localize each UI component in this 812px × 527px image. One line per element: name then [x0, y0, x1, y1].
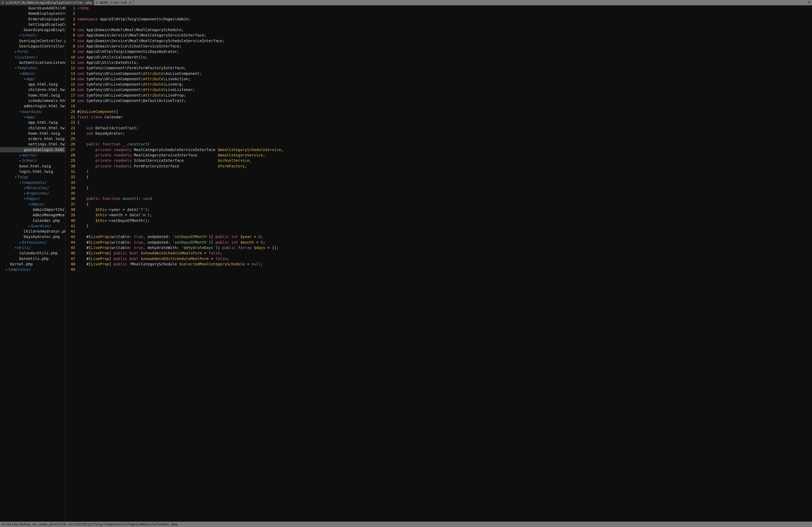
code-line[interactable]: #[LiveProp(writable: true, onUpdated: 's…	[77, 234, 812, 239]
code-line[interactable]: $this->setDaysOfMonth();	[77, 218, 812, 223]
tree-folder[interactable]: ▾ Components/	[0, 180, 65, 185]
code-line[interactable]: use App\Domain\Service\Meal\MealCategory…	[77, 38, 812, 44]
code-line[interactable]: final class Calendar	[77, 114, 812, 120]
tree-file[interactable]: children.html.twi	[0, 125, 65, 131]
code-line[interactable]: }	[77, 185, 812, 191]
code-line[interactable]: private readonly SchoolServiceInterface …	[77, 158, 812, 163]
code-line[interactable]: use App\UI\Utils\DateUtils;	[77, 60, 812, 65]
tree-file[interactable]: settings.html.twi	[0, 141, 65, 147]
code-line[interactable]: $this->month = date('m');	[77, 212, 812, 217]
tree-folder[interactable]: ▸ Organisms/	[0, 191, 65, 196]
code-line[interactable]: private readonly MealCategoryScheduleSer…	[77, 147, 812, 152]
tree-file[interactable]: Kernel.php	[0, 261, 65, 267]
tree-file[interactable]: home.html.twig	[0, 93, 65, 98]
code-line[interactable]: <?php	[77, 5, 812, 11]
tree-file[interactable]: SettingsDisplayCo	[0, 22, 65, 27]
tab-close[interactable]: X	[808, 0, 810, 5]
tree-folder[interactable]: ▸ macros/	[0, 152, 65, 158]
code-line[interactable]: use App\Domain\Service\Meal\MealCategory…	[77, 32, 812, 38]
code-line[interactable]: use App\UI\Http\Twig\Components\DaysHydr…	[77, 49, 812, 54]
tree-file[interactable]: guardianlogin.html.	[0, 147, 65, 152]
code-line[interactable]: use Symfony\UX\LiveComponent\Attribute\L…	[77, 93, 812, 98]
tree-folder[interactable]: ▸ Guardian/	[0, 223, 65, 229]
code-line[interactable]	[77, 267, 812, 272]
code-editor[interactable]: <?phpnamespace App\UI\Http\Twig\Componen…	[77, 5, 812, 522]
tree-file[interactable]: adminlogin.html.twi	[0, 103, 65, 109]
tree-folder[interactable]: ▾ Admin/	[0, 201, 65, 207]
code-line[interactable]: }	[77, 223, 812, 229]
code-line[interactable]: )	[77, 169, 812, 174]
code-line[interactable]: use Symfony\UX\LiveComponent\Attribute\L…	[77, 87, 812, 92]
code-line[interactable]: {	[77, 201, 812, 207]
tree-file[interactable]: AdminManageMeal	[0, 212, 65, 217]
code-line[interactable]: use Symfony\UX\LiveComponent\DefaultActi…	[77, 98, 812, 103]
code-line[interactable]: use DaysHydrator;	[77, 131, 812, 136]
code-line[interactable]: use App\Domain\Model\Meal\MealCategorySc…	[77, 27, 812, 32]
tree-file[interactable]: app.html.twig	[0, 120, 65, 125]
tree-file[interactable]: schedulemeals.htm	[0, 98, 65, 103]
tree-file[interactable]: AdminImportChil	[0, 207, 65, 212]
tree-folder[interactable]: ▾ Utils/	[0, 245, 65, 250]
code-line[interactable]: namespace App\UI\Http\Twig\Components\Pa…	[77, 16, 812, 22]
code-line[interactable]: #[LiveProp] public ?MealCategorySchedule…	[77, 261, 812, 267]
code-line[interactable]: #[LiveProp] public bool $showAdminSchedu…	[77, 250, 812, 256]
tree-folder[interactable]: ▾ App/	[0, 114, 65, 120]
tree-file[interactable]: ChildrenHydrator.ph	[0, 229, 65, 234]
tree-folder[interactable]: ▾ Admin/	[0, 71, 65, 76]
code-line[interactable]: private readonly MealCategoryServiceInte…	[77, 152, 812, 158]
tree-file[interactable]: children.html.twi	[0, 87, 65, 92]
code-line[interactable]: $this->year = date('Y');	[77, 207, 812, 212]
tree-folder[interactable]: ▾ Template/	[0, 65, 65, 71]
tree-file[interactable]: DateUtils.php	[0, 256, 65, 261]
tree-file[interactable]: UserLogoutController.	[0, 44, 65, 49]
code-line[interactable]: {	[77, 174, 812, 180]
tree-folder[interactable]: ▾ App/	[0, 76, 65, 81]
tree-file[interactable]: AuthenticationListene	[0, 60, 65, 65]
tree-file[interactable]: CalendarUtils.php	[0, 250, 65, 256]
tree-folder[interactable]: ▸ Extensions/	[0, 240, 65, 245]
code-line[interactable]: #[LiveProp] public bool $showAdminEditSc…	[77, 256, 812, 261]
code-line[interactable]: use App\Domain\Service\SchoolServiceInte…	[77, 44, 812, 49]
code-line[interactable]	[77, 136, 812, 141]
tree-file[interactable]: login.html.twig	[0, 169, 65, 174]
code-line[interactable]: use Symfony\UX\LiveComponent\Attribute\A…	[77, 71, 812, 76]
tree-folder[interactable]: ▸ School/	[0, 32, 65, 38]
tree-file[interactable]: HomeDisplayContro	[0, 11, 65, 16]
code-line[interactable]	[77, 180, 812, 185]
tree-folder[interactable]: ▸ Form/	[0, 49, 65, 54]
tree-file[interactable]: base.html.twig	[0, 163, 65, 169]
tree-file[interactable]: OrdersDisplayCont	[0, 16, 65, 22]
code-line[interactable]	[77, 11, 812, 16]
code-line[interactable]: use App\UI\Utils\CalendarUtils;	[77, 55, 812, 60]
tree-file[interactable]: UserLoginController.p	[0, 38, 65, 44]
tree-file[interactable]: DaysHydrator.php	[0, 234, 65, 239]
code-line[interactable]: #[AsLiveComponent]	[77, 109, 812, 114]
tree-file[interactable]: Calendar.php	[0, 218, 65, 223]
nerdtree-panel[interactable]: GuardianAddChildF HomeDisplayContro Orde…	[0, 5, 66, 522]
code-line[interactable]: private readonly FormFactoryInterface $f…	[77, 163, 812, 169]
code-line[interactable]: public function __construct(	[77, 141, 812, 147]
code-line[interactable]: use Symfony\UX\LiveComponent\Attribute\L…	[77, 81, 812, 87]
tree-folder[interactable]: ▸ Molecules/	[0, 185, 65, 191]
code-line[interactable]	[77, 103, 812, 109]
tree-file[interactable]: GuardianAddChildF	[0, 5, 65, 11]
tab-inactive[interactable]: 2 s/U/H/C/A/AdminLoginDisplayController.…	[0, 0, 94, 5]
tree-folder[interactable]: ▾ Twig/	[0, 174, 65, 180]
tree-folder[interactable]: ▸ templates/	[0, 267, 65, 272]
code-line[interactable]: #[LiveProp(writable: true, dehydrateWith…	[77, 245, 812, 250]
tab-active[interactable]: 2 NERD_tree_tab_1	[94, 0, 133, 5]
code-line[interactable]	[77, 229, 812, 234]
tree-folder[interactable]: ▸ School/	[0, 158, 65, 163]
code-line[interactable]: #[LiveProp(writable: true, onUpdated: 's…	[77, 240, 812, 245]
code-line[interactable]	[77, 22, 812, 27]
code-line[interactable]: public function mount(): void	[77, 196, 812, 201]
code-line[interactable]: {	[77, 120, 812, 125]
code-line[interactable]: use Symfony\UX\LiveComponent\Attribute\L…	[77, 76, 812, 81]
code-line[interactable]: use DefaultActionTrait;	[77, 125, 812, 131]
tree-folder[interactable]: ▾ Pages/	[0, 196, 65, 201]
tree-file[interactable]: orders.html.twig	[0, 136, 65, 141]
tree-folder[interactable]: ▾ Listener/	[0, 55, 65, 60]
tree-file[interactable]: home.html.twig	[0, 131, 65, 136]
tree-file[interactable]: GuardianLoginDispla	[0, 27, 65, 32]
code-line[interactable]	[77, 191, 812, 196]
